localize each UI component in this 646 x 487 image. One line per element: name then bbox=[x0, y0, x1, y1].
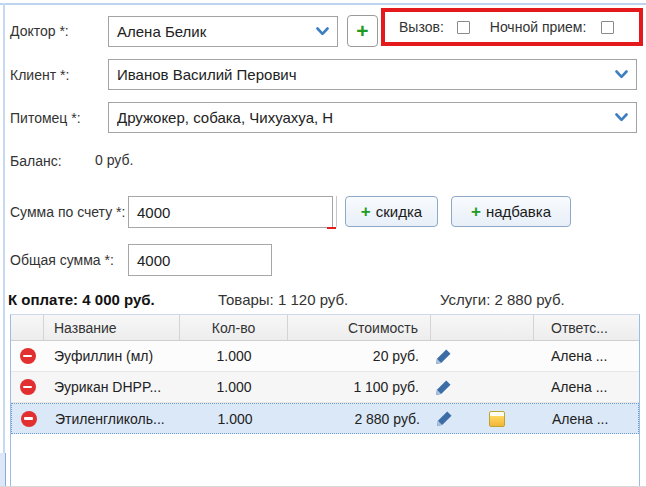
edit-icon[interactable] bbox=[435, 379, 452, 396]
col-quantity[interactable]: Кол-во bbox=[180, 315, 288, 340]
total-amount-label: Общая сумма *: bbox=[10, 252, 114, 268]
plus-icon: + bbox=[361, 202, 371, 222]
invoice-form-panel: Доктор *: Алена Белик + Вызов: Ночной пр… bbox=[0, 0, 646, 487]
add-doctor-button[interactable]: + bbox=[347, 15, 378, 47]
col-actions bbox=[431, 315, 534, 340]
row-name: Эурикан DHPP... bbox=[44, 372, 180, 402]
pet-select[interactable]: Дружокер, собака, Чихуахуа, Н bbox=[108, 102, 637, 133]
to-pay-total: К оплате: 4 000 руб. bbox=[8, 291, 155, 308]
edit-icon[interactable] bbox=[435, 348, 452, 365]
add-discount-button[interactable]: + скидка bbox=[345, 196, 438, 227]
pet-label: Питомец *: bbox=[10, 110, 81, 126]
client-value: Иванов Василий Перович bbox=[117, 66, 615, 83]
doctor-select[interactable]: Алена Белик bbox=[108, 16, 338, 47]
doctor-value: Алена Белик bbox=[117, 23, 316, 40]
row-responsible: Алена ... bbox=[535, 404, 642, 433]
row-name: Этиленгликоль... bbox=[45, 404, 181, 433]
row-qty: 1.000 bbox=[180, 341, 288, 371]
doctor-label: Доктор *: bbox=[10, 23, 69, 39]
col-remove bbox=[11, 315, 44, 340]
client-select[interactable]: Иванов Василий Перович bbox=[108, 59, 637, 90]
remove-row-icon[interactable] bbox=[21, 411, 37, 427]
night-visit-label: Ночной прием: bbox=[490, 19, 587, 35]
pet-value: Дружокер, собака, Чихуахуа, Н bbox=[117, 109, 615, 126]
balance-label: Баланс: bbox=[10, 153, 62, 169]
left-scrollbar-fragment[interactable] bbox=[0, 453, 6, 486]
table-row[interactable]: Эуфиллин (мл) 1.000 20 руб. Алена ... bbox=[11, 341, 639, 372]
chevron-down-icon bbox=[615, 70, 628, 79]
invoice-amount-input[interactable] bbox=[128, 196, 333, 228]
table-row[interactable]: Эурикан DHPP... 1.000 1 100 руб. Алена .… bbox=[11, 372, 639, 403]
col-responsible[interactable]: Ответс... bbox=[534, 315, 641, 340]
discount-button-label: скидка bbox=[376, 203, 422, 220]
remove-row-icon[interactable] bbox=[20, 348, 36, 364]
edit-icon[interactable] bbox=[436, 410, 453, 427]
client-label: Клиент *: bbox=[10, 67, 69, 83]
row-responsible: Алена ... bbox=[534, 372, 641, 402]
table-row[interactable]: Этиленгликоль... 1.000 2 880 руб. Алена … bbox=[11, 403, 639, 434]
surcharge-button-label: надбавка bbox=[486, 203, 551, 220]
row-responsible: Алена ... bbox=[534, 341, 641, 371]
services-total: Услуги: 2 880 руб. bbox=[440, 291, 565, 308]
remove-row-icon[interactable] bbox=[20, 379, 36, 395]
call-label: Вызов: bbox=[399, 19, 444, 35]
chevron-down-icon bbox=[316, 27, 329, 36]
col-name[interactable]: Название bbox=[44, 315, 180, 340]
balance-value: 0 руб. bbox=[95, 152, 133, 168]
row-qty: 1.000 bbox=[181, 404, 289, 433]
flags-highlight-box: Вызов: Ночной прием: bbox=[381, 8, 643, 46]
add-surcharge-button[interactable]: + надбавка bbox=[451, 196, 571, 227]
total-amount-input[interactable] bbox=[128, 244, 272, 276]
note-icon[interactable] bbox=[489, 411, 505, 427]
table-header: Название Кол-во Стоимость Ответс... bbox=[11, 315, 639, 341]
row-qty: 1.000 bbox=[180, 372, 288, 402]
invoice-amount-label: Сумма по счету *: bbox=[10, 204, 125, 220]
validation-mark bbox=[327, 227, 336, 229]
row-cost: 1 100 руб. bbox=[288, 372, 431, 402]
row-name: Эуфиллин (мл) bbox=[44, 341, 180, 371]
panel-top-border bbox=[0, 3, 646, 5]
plus-icon: + bbox=[471, 202, 481, 222]
call-checkbox[interactable] bbox=[457, 21, 470, 34]
row-cost: 2 880 руб. bbox=[289, 404, 432, 433]
input-spinner-divider bbox=[336, 196, 337, 227]
chevron-down-icon bbox=[615, 113, 628, 122]
night-visit-checkbox[interactable] bbox=[601, 21, 614, 34]
goods-total: Товары: 1 120 руб. bbox=[218, 291, 348, 308]
items-table: Название Кол-во Стоимость Ответс... Эуфи… bbox=[10, 314, 640, 486]
row-cost: 20 руб. bbox=[288, 341, 431, 371]
table-body: Эуфиллин (мл) 1.000 20 руб. Алена ... Эу… bbox=[11, 341, 639, 434]
panel-left-border bbox=[3, 3, 5, 486]
col-cost[interactable]: Стоимость bbox=[288, 315, 431, 340]
